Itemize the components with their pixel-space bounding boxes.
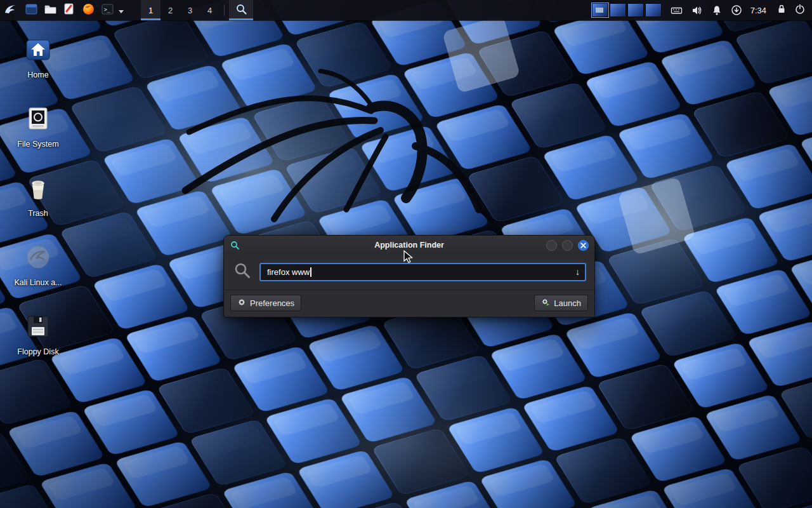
kali-logo-icon: [4, 2, 18, 18]
clock-text: 7:34: [750, 6, 766, 15]
desktop-icon-home[interactable]: Home: [8, 36, 69, 79]
launch-button[interactable]: Launch: [534, 295, 588, 311]
launcher-firefox[interactable]: [79, 0, 98, 20]
system-tray: [671, 0, 742, 20]
launch-button-label: Launch: [554, 298, 581, 308]
application-finder-task-icon: [235, 3, 247, 18]
close-button[interactable]: [578, 240, 589, 251]
tray-status-icon[interactable]: [731, 4, 742, 16]
panel-separator: [224, 4, 225, 16]
pager-workspace-2[interactable]: [610, 3, 626, 17]
desktop-icon-column: Home File System Trash: [8, 36, 69, 382]
desktop-icon-kali-linux[interactable]: Kali Linux a...: [8, 243, 69, 287]
preferences-button-label: Preferences: [250, 298, 294, 308]
workspace-label: 2: [168, 6, 173, 15]
text-caret: [310, 267, 311, 277]
terminal-icon: >_: [101, 3, 114, 18]
launcher-dropdown-button[interactable]: [117, 0, 126, 20]
gear-icon: [237, 298, 246, 309]
close-icon: [580, 243, 586, 248]
files-icon: [25, 3, 38, 18]
floppy-disk-icon: [24, 312, 52, 343]
application-finder-icon: [230, 241, 240, 250]
trash-can-icon: [24, 174, 52, 204]
workspace-button-3[interactable]: 3: [180, 0, 200, 20]
mouse-cursor: [403, 250, 416, 267]
kali-disc-icon: [24, 243, 52, 274]
workspace-label: 4: [207, 6, 212, 15]
panel-clock[interactable]: 7:34: [750, 0, 766, 20]
notifications-bell-icon[interactable]: [711, 4, 723, 16]
workspace-button-2[interactable]: 2: [160, 0, 180, 20]
file-system-drive-icon: [24, 105, 52, 135]
desktop-icon-trash[interactable]: Trash: [8, 174, 69, 218]
launcher-files[interactable]: [22, 0, 41, 20]
launcher-text-editor[interactable]: [60, 0, 79, 20]
kali-menu-button[interactable]: [0, 0, 22, 20]
search-input-text: firefox www: [267, 267, 310, 277]
folder-icon: [44, 3, 57, 18]
firefox-icon: [82, 3, 95, 18]
workspace-switcher: 1 2 3 4: [141, 0, 219, 20]
pager-workspace-3[interactable]: [627, 3, 644, 17]
pager-workspace-1[interactable]: [592, 3, 608, 17]
dropdown-arrow-icon[interactable]: ↓: [575, 267, 580, 276]
desktop-icon-label: Floppy Disk: [17, 347, 58, 356]
launcher-file-manager[interactable]: [41, 0, 60, 20]
chevron-down-icon: [119, 4, 124, 16]
taskbar-application-finder[interactable]: [229, 0, 253, 20]
desktop-icon-floppy-disk[interactable]: Floppy Disk: [8, 312, 69, 356]
keyboard-icon[interactable]: [671, 4, 683, 17]
volume-icon[interactable]: [691, 4, 703, 17]
desktop-icon-file-system[interactable]: File System: [8, 105, 69, 149]
workspace-pager: [592, 0, 662, 20]
workspace-label: 1: [148, 6, 153, 15]
preferences-button[interactable]: Preferences: [230, 295, 301, 311]
pager-window-preview: [596, 8, 603, 13]
text-editor-icon: [63, 3, 75, 18]
desktop-icon-label: Home: [27, 70, 48, 79]
workspace-label: 3: [188, 6, 192, 15]
workspace-button-1[interactable]: 1: [141, 0, 160, 20]
launch-icon: [541, 298, 550, 309]
lock-screen-icon[interactable]: [776, 3, 787, 17]
top-panel: >_ 1 2 3 4: [0, 0, 812, 20]
svg-text:>_: >_: [104, 6, 110, 12]
search-icon: [233, 262, 251, 282]
workspace-button-4[interactable]: 4: [200, 0, 219, 20]
desktop-icon-label: File System: [17, 140, 58, 149]
desktop-icon-label: Kali Linux a...: [14, 278, 62, 287]
desktop-icon-label: Trash: [28, 209, 48, 218]
maximize-button[interactable]: [562, 240, 573, 251]
minimize-button[interactable]: [546, 240, 557, 251]
home-folder-icon: [24, 36, 52, 66]
pager-workspace-4[interactable]: [645, 3, 662, 17]
launcher-terminal[interactable]: >_: [98, 0, 117, 20]
application-finder-window: Application Finder firefox www ↓: [223, 235, 595, 318]
power-logout-icon[interactable]: [794, 3, 806, 17]
search-input[interactable]: firefox www ↓: [259, 263, 586, 281]
window-title: Application Finder: [224, 241, 594, 250]
